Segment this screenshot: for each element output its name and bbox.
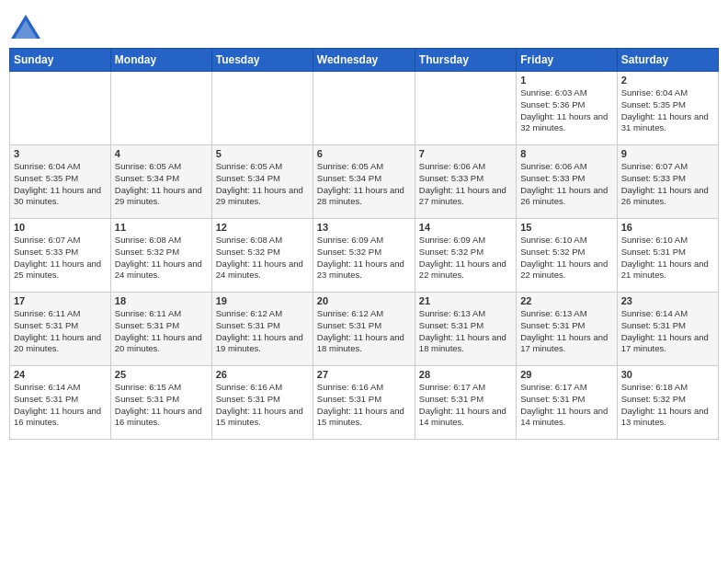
day-info: Sunrise: 6:07 AMSunset: 5:33 PMDaylight:…: [14, 235, 107, 282]
calendar-cell: 14Sunrise: 6:09 AMSunset: 5:32 PMDayligh…: [415, 219, 516, 293]
calendar-week-row: 24Sunrise: 6:14 AMSunset: 5:31 PMDayligh…: [10, 366, 719, 440]
day-info: Sunrise: 6:09 AMSunset: 5:32 PMDaylight:…: [317, 235, 411, 282]
calendar-cell: [211, 72, 313, 145]
daylight-text: Daylight: 11 hours and 13 minutes.: [621, 406, 714, 430]
calendar-cell: 1Sunrise: 6:03 AMSunset: 5:36 PMDaylight…: [517, 72, 617, 145]
day-info: Sunrise: 6:14 AMSunset: 5:31 PMDaylight:…: [14, 382, 107, 429]
daylight-text: Daylight: 11 hours and 18 minutes.: [419, 332, 512, 356]
sunrise-text: Sunrise: 6:04 AM: [621, 87, 714, 99]
day-number: 28: [419, 369, 512, 380]
day-info: Sunrise: 6:07 AMSunset: 5:33 PMDaylight:…: [621, 161, 714, 208]
daylight-text: Daylight: 11 hours and 17 minutes.: [520, 332, 612, 356]
sunset-text: Sunset: 5:32 PM: [216, 247, 309, 259]
daylight-text: Daylight: 11 hours and 26 minutes.: [520, 185, 612, 209]
calendar-header-row: SundayMondayTuesdayWednesdayThursdayFrid…: [10, 49, 719, 72]
day-number: 21: [419, 295, 512, 306]
daylight-text: Daylight: 11 hours and 15 minutes.: [216, 406, 309, 430]
calendar-week-row: 3Sunrise: 6:04 AMSunset: 5:35 PMDaylight…: [10, 145, 719, 219]
sunset-text: Sunset: 5:32 PM: [621, 394, 714, 406]
calendar-cell: 30Sunrise: 6:18 AMSunset: 5:32 PMDayligh…: [617, 366, 718, 440]
day-number: 18: [115, 295, 208, 306]
sunset-text: Sunset: 5:31 PM: [115, 394, 208, 406]
daylight-text: Daylight: 11 hours and 28 minutes.: [317, 185, 411, 209]
sunrise-text: Sunrise: 6:03 AM: [520, 87, 612, 99]
day-number: 6: [317, 148, 411, 159]
day-info: Sunrise: 6:16 AMSunset: 5:31 PMDaylight:…: [216, 382, 309, 429]
sunset-text: Sunset: 5:32 PM: [115, 247, 208, 259]
sunrise-text: Sunrise: 6:08 AM: [216, 235, 309, 247]
calendar-cell: [110, 72, 211, 145]
calendar-cell: 24Sunrise: 6:14 AMSunset: 5:31 PMDayligh…: [10, 366, 111, 440]
daylight-text: Daylight: 11 hours and 17 minutes.: [621, 332, 714, 356]
sunset-text: Sunset: 5:35 PM: [621, 99, 714, 111]
daylight-text: Daylight: 11 hours and 25 minutes.: [14, 259, 107, 282]
sunrise-text: Sunrise: 6:07 AM: [621, 161, 714, 173]
calendar-cell: 6Sunrise: 6:05 AMSunset: 5:34 PMDaylight…: [313, 145, 415, 219]
day-info: Sunrise: 6:06 AMSunset: 5:33 PMDaylight:…: [520, 161, 612, 208]
daylight-text: Daylight: 11 hours and 24 minutes.: [216, 259, 309, 282]
day-info: Sunrise: 6:05 AMSunset: 5:34 PMDaylight:…: [317, 161, 411, 208]
calendar-week-row: 1Sunrise: 6:03 AMSunset: 5:36 PMDaylight…: [10, 72, 719, 145]
calendar-cell: 29Sunrise: 6:17 AMSunset: 5:31 PMDayligh…: [517, 366, 617, 440]
sunset-text: Sunset: 5:34 PM: [317, 173, 411, 185]
daylight-text: Daylight: 11 hours and 22 minutes.: [419, 259, 512, 282]
daylight-text: Daylight: 11 hours and 27 minutes.: [419, 185, 512, 209]
day-info: Sunrise: 6:15 AMSunset: 5:31 PMDaylight:…: [115, 382, 208, 429]
calendar-cell: 23Sunrise: 6:14 AMSunset: 5:31 PMDayligh…: [617, 293, 718, 366]
sunrise-text: Sunrise: 6:05 AM: [317, 161, 411, 173]
sunrise-text: Sunrise: 6:17 AM: [419, 382, 512, 394]
day-number: 11: [115, 222, 208, 233]
day-info: Sunrise: 6:12 AMSunset: 5:31 PMDaylight:…: [216, 308, 309, 355]
calendar-cell: 17Sunrise: 6:11 AMSunset: 5:31 PMDayligh…: [10, 293, 111, 366]
daylight-text: Daylight: 11 hours and 18 minutes.: [317, 332, 411, 356]
daylight-text: Daylight: 11 hours and 20 minutes.: [115, 332, 208, 356]
sunset-text: Sunset: 5:35 PM: [14, 173, 107, 185]
sunset-text: Sunset: 5:36 PM: [520, 99, 612, 111]
day-info: Sunrise: 6:10 AMSunset: 5:31 PMDaylight:…: [621, 235, 714, 282]
day-number: 1: [520, 75, 612, 86]
sunset-text: Sunset: 5:33 PM: [419, 173, 512, 185]
day-number: 3: [14, 148, 107, 159]
logo: [9, 13, 46, 40]
sunrise-text: Sunrise: 6:06 AM: [419, 161, 512, 173]
daylight-text: Daylight: 11 hours and 29 minutes.: [115, 185, 208, 209]
calendar-day-header: Wednesday: [313, 49, 415, 72]
day-info: Sunrise: 6:04 AMSunset: 5:35 PMDaylight:…: [621, 87, 714, 134]
calendar-cell: 20Sunrise: 6:12 AMSunset: 5:31 PMDayligh…: [313, 293, 415, 366]
calendar-cell: 4Sunrise: 6:05 AMSunset: 5:34 PMDaylight…: [110, 145, 211, 219]
calendar-cell: 18Sunrise: 6:11 AMSunset: 5:31 PMDayligh…: [110, 293, 211, 366]
sunrise-text: Sunrise: 6:11 AM: [115, 308, 208, 320]
daylight-text: Daylight: 11 hours and 19 minutes.: [216, 332, 309, 356]
day-info: Sunrise: 6:18 AMSunset: 5:32 PMDaylight:…: [621, 382, 714, 429]
calendar-cell: 22Sunrise: 6:13 AMSunset: 5:31 PMDayligh…: [517, 293, 617, 366]
calendar-day-header: Sunday: [10, 49, 111, 72]
day-number: 16: [621, 222, 714, 233]
page-header: [9, 9, 719, 40]
sunrise-text: Sunrise: 6:05 AM: [115, 161, 208, 173]
day-info: Sunrise: 6:11 AMSunset: 5:31 PMDaylight:…: [14, 308, 107, 355]
day-number: 26: [216, 369, 309, 380]
calendar-cell: 12Sunrise: 6:08 AMSunset: 5:32 PMDayligh…: [211, 219, 313, 293]
sunset-text: Sunset: 5:31 PM: [317, 394, 411, 406]
day-info: Sunrise: 6:12 AMSunset: 5:31 PMDaylight:…: [317, 308, 411, 355]
calendar-cell: 10Sunrise: 6:07 AMSunset: 5:33 PMDayligh…: [10, 219, 111, 293]
day-number: 19: [216, 295, 309, 306]
sunrise-text: Sunrise: 6:15 AM: [115, 382, 208, 394]
day-number: 22: [520, 295, 612, 306]
day-info: Sunrise: 6:04 AMSunset: 5:35 PMDaylight:…: [14, 161, 107, 208]
sunrise-text: Sunrise: 6:12 AM: [216, 308, 309, 320]
day-number: 20: [317, 295, 411, 306]
day-number: 2: [621, 75, 714, 86]
daylight-text: Daylight: 11 hours and 31 minutes.: [621, 111, 714, 135]
calendar-cell: 26Sunrise: 6:16 AMSunset: 5:31 PMDayligh…: [211, 366, 313, 440]
daylight-text: Daylight: 11 hours and 14 minutes.: [419, 406, 512, 430]
day-number: 9: [621, 148, 714, 159]
day-number: 7: [419, 148, 512, 159]
sunset-text: Sunset: 5:32 PM: [520, 247, 612, 259]
day-number: 25: [115, 369, 208, 380]
day-number: 8: [520, 148, 612, 159]
daylight-text: Daylight: 11 hours and 22 minutes.: [520, 259, 612, 282]
sunset-text: Sunset: 5:31 PM: [621, 320, 714, 332]
calendar-cell: [415, 72, 516, 145]
daylight-text: Daylight: 11 hours and 26 minutes.: [621, 185, 714, 209]
